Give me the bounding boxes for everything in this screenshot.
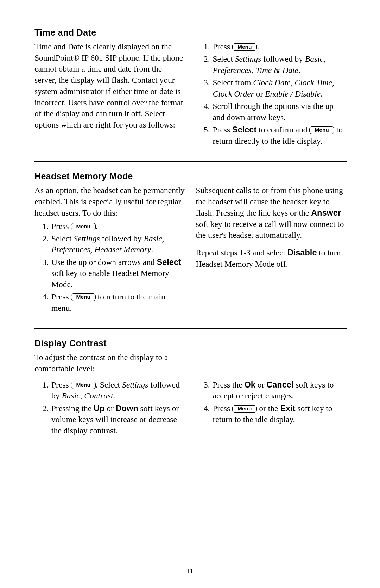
columns-time-and-date: Time and Date is clearly displayed on th… [34,41,347,148]
menu-button-icon: Menu [309,126,334,134]
step-1: Press Menu. [51,221,185,232]
steps-headset: Press Menu. Select Settings followed by … [34,221,185,314]
intro-display-contrast: To adjust the contrast on the display to… [34,352,191,374]
text: , [332,78,334,87]
emphasis: Enable / Disable [265,89,321,98]
menu-button-icon: Menu [71,293,96,301]
text: Select [213,54,235,63]
text: . [298,66,300,75]
text: . [113,391,115,400]
text: or the [257,404,280,413]
col-right: Press Menu. Select Settings followed by … [196,41,347,148]
text: Pressing the [51,404,94,413]
softkey-label: Disable [287,248,317,257]
step-4: Press Menu to return to the main menu. [51,291,185,314]
page-number: 11 [187,568,193,575]
softkey-label: Select [157,258,181,267]
emphasis: Clock Order [213,89,254,98]
text: Select [51,234,74,243]
text: or [104,404,115,413]
emphasis: Basic, Contrast [62,391,113,400]
headset-paragraph-1: Subsequent calls to or from this phone u… [196,185,347,241]
section-divider [34,161,347,162]
menu-button-icon: Menu [71,223,96,230]
text: to confirm and [256,125,309,134]
columns-headset: As an option, the headset can be perma­n… [34,185,347,315]
emphasis: Settings [122,380,148,389]
text: Select from [213,78,253,87]
col-right: Subsequent calls to or from this phone u… [196,185,347,315]
text: Press [51,380,71,389]
menu-button-icon: Menu [232,405,257,413]
emphasis: Settings [235,54,261,63]
text: . [151,245,153,254]
step-2: Select Settings followed by Basic, Prefe… [212,54,347,76]
section-headset-memory: Headset Memory Mode As an option, the he… [34,171,347,315]
text: or [255,380,266,389]
step-1: Press Menu. Select Settings fol­lowed by… [51,379,185,402]
text: soft key to enable Headset Memory Mode. [51,268,169,289]
col-left: Press Menu. Select Settings fol­lowed by… [34,379,185,438]
step-1: Press Menu. [212,41,347,52]
text: . [96,222,98,231]
text: soft key to receive a call will now conn… [196,219,344,240]
heading-headset-memory: Headset Memory Mode [34,171,347,181]
softkey-label: Down [116,404,138,413]
step-2: Pressing the Up or Down soft keys or vol… [51,403,185,436]
softkey-label: Up [94,404,104,413]
section-time-and-date: Time and Date Time and Date is clearly d… [34,27,347,148]
steps-time-and-date: Press Menu. Select Settings followed by … [196,41,347,147]
emphasis: Clock Time [294,78,332,87]
menu-button-icon: Menu [232,43,257,51]
text: followed by [261,54,305,63]
intro-headset: As an option, the headset can be perma­n… [34,185,185,218]
text: Press [213,42,233,51]
text: followed by [100,234,144,243]
text: or [254,89,265,98]
text: Use the up or down arrows and [51,258,157,267]
step-3: Use the up or down arrows and Select sof… [51,257,185,290]
text: Press [51,222,71,231]
step-3: Select from Clock Date, Clock Time, Cloc… [212,77,347,99]
heading-display-contrast: Display Contrast [34,338,347,348]
step-4: Scroll through the options via the up an… [212,101,347,123]
document-page: Time and Date Time and Date is clearly d… [0,0,380,438]
text: Press [51,292,71,301]
intro-time-and-date: Time and Date is clearly displayed on th… [34,41,185,131]
emphasis: Settings [74,234,100,243]
columns-contrast: Press Menu. Select Settings fol­lowed by… [34,379,347,438]
text: . [257,42,259,51]
menu-button-icon: Menu [71,382,96,389]
section-divider [34,328,347,329]
softkey-label: Select [232,125,256,134]
text: Press [213,404,233,413]
text: , [291,78,295,87]
text: Repeat steps 1-3 and select [196,248,287,257]
text: . [321,89,323,98]
text: Press [213,125,233,134]
step-5: Press Select to confirm and Menu to retu… [212,124,347,147]
emphasis: Clock Date [253,78,290,87]
footer-rule [139,567,241,567]
step-3: Press the Ok or Cancel soft keys to acce… [212,379,347,402]
steps-contrast-right: Press the Ok or Cancel soft keys to acce… [196,379,347,425]
steps-contrast-left: Press Menu. Select Settings fol­lowed by… [34,379,185,436]
text: . Select [96,380,122,389]
text: Press the [213,380,245,389]
softkey-label: Cancel [266,380,293,389]
headset-paragraph-2: Repeat steps 1-3 and select Disable to t… [196,247,347,270]
col-left: As an option, the headset can be perma­n… [34,185,185,315]
step-2: Select Settings followed by Basic, Prefe… [51,233,185,255]
col-left: Time and Date is clearly displayed on th… [34,41,185,148]
col-right: Press the Ok or Cancel soft keys to acce… [196,379,347,438]
softkey-label: Exit [280,404,295,413]
softkey-label: Answer [311,208,341,217]
step-4: Press Menu or the Exit soft key to retur… [212,403,347,425]
section-display-contrast: Display Contrast To adjust the contrast … [34,338,347,438]
softkey-label: Ok [245,380,255,389]
heading-time-and-date: Time and Date [34,27,347,38]
